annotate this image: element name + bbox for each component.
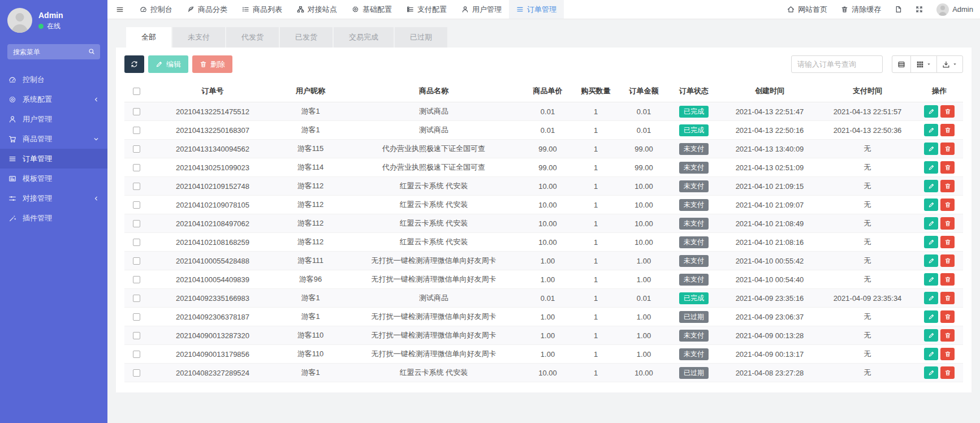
topnav-product-category[interactable]: 商品分类 <box>180 0 235 19</box>
sidebar-item-products[interactable]: 商品管理 <box>0 129 107 149</box>
topnav-order-management[interactable]: 订单管理 <box>509 0 564 19</box>
sidebar-item-docking[interactable]: 对接管理 <box>0 188 107 208</box>
export-button[interactable] <box>936 55 963 73</box>
col-amount: 订单金额 <box>620 80 668 102</box>
table-row: 202104102108497062 游客112 红盟云卡系统 代安装 10.0… <box>124 214 963 233</box>
delete-row-button[interactable] <box>940 161 955 174</box>
edit-row-button[interactable] <box>924 254 938 267</box>
pencil-icon <box>928 145 935 152</box>
row-checkbox[interactable] <box>133 295 140 302</box>
delete-row-button[interactable] <box>940 329 955 342</box>
account-menu[interactable]: Admin <box>930 0 980 19</box>
amount-cell: 1.00 <box>620 326 668 345</box>
language-button[interactable] <box>888 0 909 19</box>
row-checkbox[interactable] <box>133 276 140 283</box>
pencil-icon <box>928 332 935 339</box>
edit-row-button[interactable] <box>924 310 938 323</box>
edit-row-button[interactable] <box>924 143 938 155</box>
edit-row-button[interactable] <box>924 180 938 192</box>
menu-search-input[interactable] <box>7 44 100 59</box>
delete-row-button[interactable] <box>940 217 955 230</box>
topnav-dashboard[interactable]: 控制台 <box>132 0 180 19</box>
topnav-user-management[interactable]: 用户管理 <box>454 0 509 19</box>
qty-cell: 1 <box>572 326 620 345</box>
edit-row-button[interactable] <box>924 217 938 230</box>
sidebar-item-system-config[interactable]: 系统配置 <box>0 89 107 109</box>
row-checkbox[interactable] <box>133 369 140 377</box>
tab-to-ship[interactable]: 代发货 <box>226 27 279 48</box>
row-checkbox[interactable] <box>133 201 140 209</box>
columns-button[interactable] <box>910 55 937 73</box>
clear-cache-button[interactable]: 清除缓存 <box>834 0 888 19</box>
topnav-payment-config[interactable]: 支付配置 <box>399 0 454 19</box>
edit-row-button[interactable] <box>924 236 938 248</box>
toggle-search-button[interactable] <box>892 55 911 73</box>
tab-completed[interactable]: 交易完成 <box>334 27 394 48</box>
refresh-button[interactable] <box>124 55 144 73</box>
delete-row-button[interactable] <box>940 180 955 192</box>
edit-button[interactable]: 编辑 <box>148 55 188 73</box>
edit-row-button[interactable] <box>924 348 938 360</box>
sidebar-toggle-button[interactable] <box>107 0 132 19</box>
row-checkbox[interactable] <box>133 127 140 134</box>
sidebar-item-dashboard[interactable]: 控制台 <box>0 70 107 89</box>
sidebar-item-templates[interactable]: 模板管理 <box>0 169 107 188</box>
delete-row-button[interactable] <box>940 124 955 136</box>
paid-cell: 无 <box>819 252 916 270</box>
fullscreen-button[interactable] <box>909 0 930 19</box>
delete-row-button[interactable] <box>940 254 955 267</box>
delete-row-button[interactable] <box>940 236 955 248</box>
sidebar-item-orders[interactable]: 订单管理 <box>0 149 107 169</box>
row-checkbox[interactable] <box>133 332 140 339</box>
edit-row-button[interactable] <box>924 366 938 379</box>
topnav-docking-site[interactable]: 对接站点 <box>290 0 344 19</box>
tab-all[interactable]: 全部 <box>126 27 171 48</box>
delete-row-button[interactable] <box>940 310 955 323</box>
avatar <box>936 3 949 16</box>
row-checkbox[interactable] <box>133 351 140 358</box>
edit-row-button[interactable] <box>924 273 938 286</box>
order-no-cell: 202104102109078105 <box>148 196 277 214</box>
delete-button[interactable]: 删除 <box>192 55 232 73</box>
row-checkbox[interactable] <box>133 145 140 153</box>
tab-expired[interactable]: 已过期 <box>395 27 447 48</box>
edit-row-button[interactable] <box>924 198 938 211</box>
page-icon <box>895 6 902 13</box>
nickname-cell: 游客115 <box>277 140 344 158</box>
row-checkbox[interactable] <box>133 239 140 246</box>
row-checkbox[interactable] <box>133 313 140 321</box>
created-cell: 2021-04-13 13:40:09 <box>720 140 819 158</box>
pencil-icon <box>928 276 935 283</box>
table-row: 202104090013287320 游客110 无打扰一键检测清理微信单向好友… <box>124 326 963 345</box>
row-checkbox[interactable] <box>133 108 140 115</box>
topnav-product-list[interactable]: 商品列表 <box>235 0 290 19</box>
row-checkbox[interactable] <box>133 257 140 265</box>
delete-row-button[interactable] <box>940 198 955 211</box>
delete-row-button[interactable] <box>940 348 955 360</box>
dashboard-icon <box>140 6 147 13</box>
edit-row-button[interactable] <box>924 105 938 118</box>
tab-unpaid[interactable]: 未支付 <box>172 27 225 48</box>
delete-row-button[interactable] <box>940 292 955 304</box>
row-checkbox[interactable] <box>133 183 140 190</box>
delete-row-button[interactable] <box>940 366 955 379</box>
edit-row-button[interactable] <box>924 124 938 136</box>
edit-row-button[interactable] <box>924 161 938 174</box>
order-search-input[interactable] <box>791 55 883 73</box>
sidebar-item-plugins[interactable]: 插件管理 <box>0 208 107 228</box>
row-checkbox[interactable] <box>133 220 140 227</box>
topnav-basic-config[interactable]: 基础配置 <box>344 0 399 19</box>
delete-row-button[interactable] <box>940 105 955 118</box>
edit-row-button[interactable] <box>924 329 938 342</box>
qty-cell: 1 <box>572 345 620 364</box>
site-home-link[interactable]: 网站首页 <box>780 0 834 19</box>
delete-row-button[interactable] <box>940 273 955 286</box>
sidebar-item-users[interactable]: 用户管理 <box>0 109 107 129</box>
topnav-label: 商品分类 <box>198 5 227 15</box>
price-cell: 1.00 <box>524 345 572 364</box>
tab-shipped[interactable]: 已发货 <box>280 27 333 48</box>
edit-row-button[interactable] <box>924 292 938 304</box>
select-all-checkbox[interactable] <box>133 88 140 95</box>
delete-row-button[interactable] <box>940 143 955 155</box>
row-checkbox[interactable] <box>133 164 140 171</box>
